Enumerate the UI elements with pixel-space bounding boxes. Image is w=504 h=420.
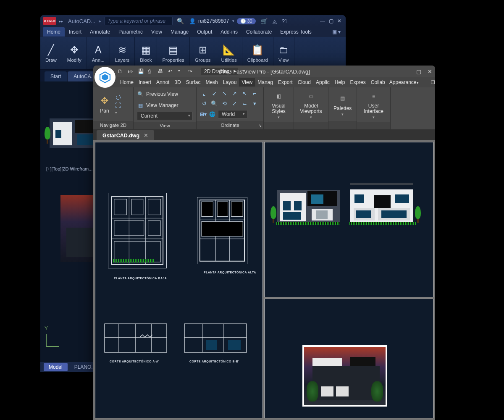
fastview-window: 🗋 🗁 💾 ⎙ 🖶 ↶ ▾ ↷ 2D Drafting ▾ DWG FastVi…	[93, 66, 435, 420]
panel-clipboard[interactable]: 📋Clipboard	[242, 37, 273, 69]
tree-icon	[415, 206, 421, 223]
menu-export[interactable]: Export	[276, 78, 295, 87]
tab-view[interactable]: View	[147, 27, 166, 37]
dialog-launcher-icon[interactable]: ↘	[258, 123, 262, 128]
model-tab[interactable]: Model	[44, 363, 68, 371]
panel-utilities[interactable]: 📐Utilities	[216, 37, 242, 69]
menu-view[interactable]: View	[239, 78, 255, 87]
viewport-elevations[interactable]	[264, 142, 433, 297]
pan-button[interactable]: ✥ Pan	[97, 94, 113, 115]
ucs-icon-6[interactable]: ⌐	[250, 89, 259, 97]
menu-help[interactable]: Help	[332, 78, 348, 87]
menu-surface[interactable]: Surfac	[184, 78, 203, 87]
tab-parametric[interactable]: Parametric	[114, 27, 147, 37]
ucs-icon-10[interactable]: ⤢	[230, 99, 239, 108]
panel-layers[interactable]: ≋Layers	[110, 37, 135, 69]
fastview-logo-icon[interactable]	[94, 67, 116, 88]
close-button[interactable]: ✕	[336, 18, 343, 24]
menu-annot[interactable]: Annot	[154, 78, 172, 87]
extents-icon[interactable]: ⛶	[115, 102, 121, 109]
ribbon-options-icon[interactable]: ▣ ▾	[330, 29, 343, 35]
menu-home[interactable]: Home	[118, 78, 136, 87]
user-label[interactable]: rui827589807	[198, 18, 229, 24]
menu-layout[interactable]: Layou	[220, 78, 239, 87]
menu-mesh[interactable]: Mesh	[203, 78, 220, 87]
palettes-button[interactable]: ▤Palettes▾	[332, 89, 353, 119]
ucs-icon-5[interactable]: ↖	[240, 89, 249, 97]
file-tab-close-icon[interactable]: ✕	[144, 132, 148, 139]
svg-rect-14	[311, 194, 323, 204]
doc-tab-start[interactable]: Start	[45, 71, 67, 81]
mdi-minimize-button[interactable]: —	[424, 80, 428, 85]
print-icon[interactable]: 🖶	[158, 68, 164, 74]
saveas-icon[interactable]: ⎙	[148, 68, 154, 74]
close-button[interactable]: ✕	[424, 66, 435, 77]
app-switcher-icon[interactable]: ◬	[273, 18, 277, 24]
panel-groups[interactable]: ⊞Groups	[190, 37, 216, 69]
new-icon[interactable]: 🗋	[118, 68, 123, 74]
ucs-world-combo[interactable]: World	[218, 110, 247, 118]
model-viewports-button[interactable]: ▭Model Viewports▾	[297, 89, 325, 120]
keyword-search-input[interactable]: Type a keyword or phrase	[105, 17, 173, 25]
ucs-icon-12[interactable]: ▾	[250, 99, 259, 108]
qat-chevron-icon[interactable]: ▸▸	[59, 19, 63, 24]
viewport-plans[interactable]: PLANTA ARQUITECTÓNICA BAJA PLAN	[95, 142, 263, 418]
tab-insert[interactable]: Insert	[65, 27, 86, 37]
user-chevron-icon[interactable]: ▾	[232, 19, 234, 23]
file-tab-active[interactable]: GstarCAD.dwg ✕	[97, 130, 154, 140]
appearance-menu[interactable]: Appearance▾	[388, 79, 420, 85]
menu-manage[interactable]: Manag	[255, 78, 276, 87]
named-view-combo[interactable]: Current	[137, 112, 193, 120]
undo-drop-icon[interactable]: ▾	[178, 68, 184, 74]
panel-annotation[interactable]: AAnn...	[87, 37, 110, 69]
maximize-button[interactable]: ▢	[413, 66, 424, 77]
orbit-icon[interactable]: ⭯	[115, 94, 121, 100]
tab-annotate[interactable]: Annotate	[86, 27, 114, 37]
save-icon[interactable]: 💾	[138, 68, 144, 74]
ucs-icon-3[interactable]: ⤡	[220, 89, 228, 97]
ucs-icon-11[interactable]: ⌙	[240, 99, 249, 108]
panel-draw[interactable]: ╱Draw	[40, 37, 62, 69]
search-icon[interactable]: 🔍	[177, 18, 184, 24]
ucs-icon-1[interactable]: ⌞	[200, 89, 208, 97]
ucs-icon-4[interactable]: ↗	[230, 89, 239, 97]
menu-insert[interactable]: Insert	[136, 78, 154, 87]
ucs-origin-icon[interactable]: ⊞▾	[200, 111, 207, 117]
menu-3d[interactable]: 3D	[172, 78, 183, 87]
menu-applic[interactable]: Applic	[313, 78, 332, 87]
ucs-icon-7[interactable]: ↺	[200, 99, 208, 108]
tab-manage[interactable]: Manage	[166, 27, 193, 37]
view-manager-button[interactable]: ▦View Manager	[137, 100, 193, 110]
menu-cloud[interactable]: Cloud	[295, 78, 313, 87]
visual-styles-button[interactable]: ◧Visual Styles▾	[267, 89, 290, 120]
open-icon[interactable]: 🗁	[128, 68, 134, 74]
panel-modify[interactable]: ✥Modify	[62, 37, 87, 69]
user-icon[interactable]: 👤	[189, 18, 196, 24]
menu-collab[interactable]: Collab	[368, 78, 388, 87]
mdi-restore-button[interactable]: ❐	[431, 80, 435, 85]
panel-properties[interactable]: ▤Properties	[157, 37, 189, 69]
tab-expresstools[interactable]: Express Tools	[276, 27, 315, 37]
minimize-button[interactable]: —	[402, 66, 413, 77]
panel-view[interactable]: 🗀View	[273, 37, 294, 69]
ucs-icon-9[interactable]: ⟲	[220, 99, 228, 108]
ucs-icon-8[interactable]: 🔍	[210, 99, 218, 108]
panel-block[interactable]: ▦Block	[135, 37, 157, 69]
tab-home[interactable]: Home	[43, 27, 65, 37]
minimize-button[interactable]: —	[319, 18, 326, 24]
trial-badge[interactable]: 🕒 30	[237, 18, 255, 24]
previous-view-button[interactable]: 🔍Previous View	[137, 89, 193, 99]
help-icon[interactable]: ?⃝	[282, 18, 287, 24]
undo-icon[interactable]: ↶	[168, 68, 174, 74]
ui-button[interactable]: ≡User Interface▾	[360, 89, 387, 120]
tab-collaborate[interactable]: Collaborate	[242, 27, 276, 37]
viewport-render[interactable]	[264, 299, 433, 418]
redo-icon[interactable]: ↷	[188, 68, 194, 74]
cart-icon[interactable]: 🛒	[261, 18, 268, 24]
tab-addins[interactable]: Add-ins	[216, 27, 242, 37]
tab-output[interactable]: Output	[193, 27, 216, 37]
maximize-button[interactable]: ▢	[327, 18, 335, 24]
menu-express[interactable]: Expres	[347, 78, 368, 87]
ucs-icon-2[interactable]: ↙	[210, 89, 218, 97]
nav-drop-icon[interactable]: ▾	[115, 110, 121, 115]
